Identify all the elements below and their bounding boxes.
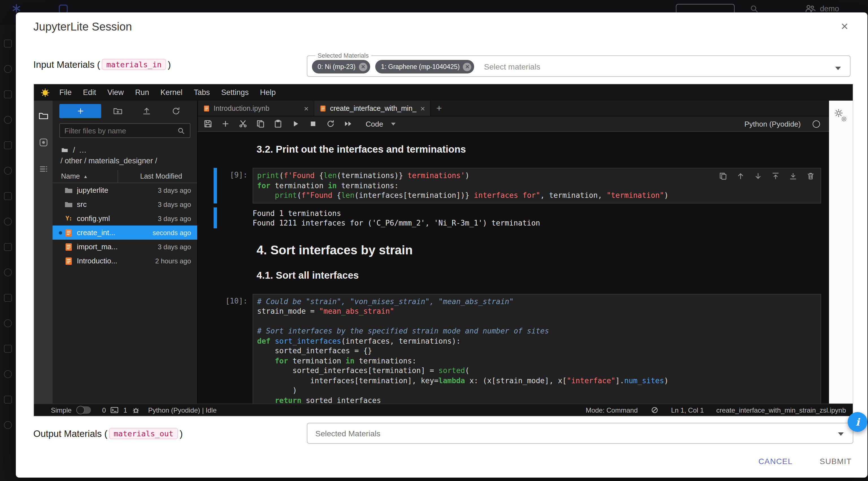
code-cell[interactable]: [10]:# Could be "strain", "von_mises_str… bbox=[198, 294, 821, 403]
menu-kernel[interactable]: Kernel bbox=[155, 84, 188, 100]
file-row[interactable]: Introductio...2 hours ago bbox=[53, 254, 197, 268]
running-sessions-icon[interactable] bbox=[38, 137, 48, 148]
selected-materials-select[interactable]: Selected Materials 0: Ni (mp-23)×1: Grap… bbox=[307, 52, 850, 77]
terminal-icon[interactable] bbox=[111, 406, 119, 414]
kernel-status-label[interactable]: Python (Pyodide) | Idle bbox=[148, 406, 216, 414]
new-launcher-button[interactable] bbox=[59, 104, 101, 118]
kernel-idle-indicator-icon[interactable] bbox=[813, 120, 820, 127]
stop-kernel-icon[interactable] bbox=[309, 119, 318, 128]
file-name: import_ma... bbox=[77, 242, 158, 251]
add-tab-button[interactable]: + bbox=[431, 100, 447, 116]
file-row[interactable]: Y:config.yml3 days ago bbox=[53, 211, 197, 226]
cell-type-value: Code bbox=[366, 120, 383, 128]
cell-editor[interactable]: # Could be "strain", "von_mises_strain",… bbox=[253, 294, 821, 403]
tab-bar: Introduction.ipynb×create_interface_with… bbox=[198, 100, 829, 116]
cell-collapser[interactable] bbox=[214, 168, 217, 203]
chevron-down-icon[interactable] bbox=[838, 432, 844, 435]
terminals-count[interactable]: 0 bbox=[102, 406, 106, 414]
notebook-icon bbox=[64, 242, 73, 251]
breadcrumb-root[interactable]: / bbox=[73, 145, 75, 155]
bug-icon[interactable] bbox=[132, 406, 140, 414]
file-row[interactable]: create_int...seconds ago bbox=[53, 226, 197, 240]
close-dialog-icon[interactable]: × bbox=[841, 20, 848, 33]
code-cell[interactable]: [9]:print(f'Found {len(terminations)} te… bbox=[198, 168, 821, 203]
duplicate-cell-icon[interactable] bbox=[719, 172, 727, 180]
close-tab-icon[interactable]: × bbox=[304, 104, 309, 113]
restart-run-all-icon[interactable] bbox=[344, 119, 352, 128]
kernels-count[interactable]: 1 bbox=[123, 406, 127, 414]
jupyterlite-session-dialog: JupyterLite Session × Input Materials ( … bbox=[16, 12, 867, 478]
new-folder-icon[interactable] bbox=[113, 106, 123, 116]
chip-delete-icon[interactable]: × bbox=[463, 62, 472, 71]
insert-cell-icon[interactable] bbox=[221, 119, 230, 128]
material-chip[interactable]: 1: Graphene (mp-1040425)× bbox=[375, 60, 474, 73]
kernel-name-label[interactable]: Python (Pyodide) bbox=[745, 120, 801, 128]
file-modified: 3 days ago bbox=[158, 200, 191, 208]
search-icon bbox=[177, 126, 185, 135]
circle-slash-icon bbox=[650, 406, 659, 414]
move-cell-down-icon[interactable] bbox=[754, 172, 762, 180]
cursor-position[interactable]: Ln 1, Col 1 bbox=[671, 406, 704, 414]
chip-delete-icon[interactable]: × bbox=[359, 62, 367, 71]
settings-gears-icon[interactable] bbox=[834, 109, 848, 122]
right-side-strip bbox=[829, 100, 853, 403]
file-row[interactable]: import_ma...3 days ago bbox=[53, 240, 197, 254]
upload-icon[interactable] bbox=[142, 106, 152, 116]
filter-files-input[interactable] bbox=[64, 126, 177, 135]
move-cell-up-icon[interactable] bbox=[736, 172, 745, 180]
insert-cell-below-icon[interactable] bbox=[789, 172, 797, 180]
file-modified: 3 days ago bbox=[158, 214, 191, 222]
tab-label: create_interface_with_min_ bbox=[330, 104, 417, 112]
delete-cell-icon[interactable] bbox=[806, 172, 815, 180]
notebook-tab[interactable]: Introduction.ipynb× bbox=[198, 100, 314, 116]
output-collapser[interactable] bbox=[214, 207, 217, 228]
file-browser-tab-icon[interactable] bbox=[38, 111, 48, 121]
cell-editor[interactable]: print(f'Found {len(terminations)} termin… bbox=[253, 168, 821, 203]
output-materials-select[interactable]: Selected Materials bbox=[307, 423, 853, 444]
table-of-contents-icon[interactable] bbox=[38, 164, 48, 174]
breadcrumb-ellipsis[interactable]: … bbox=[79, 145, 87, 155]
refresh-icon[interactable] bbox=[171, 106, 181, 116]
notebook-content[interactable]: 3.2. Print out the interfaces and termin… bbox=[198, 132, 829, 403]
filter-files-box[interactable] bbox=[59, 123, 190, 138]
column-header-modified[interactable]: Last Modified bbox=[118, 172, 182, 180]
chevron-down-icon[interactable] bbox=[835, 66, 841, 70]
paste-cell-icon[interactable] bbox=[274, 119, 283, 128]
save-icon[interactable] bbox=[204, 119, 213, 128]
notebook-icon bbox=[319, 104, 327, 112]
output-materials-label: Output Materials ( materials_out ) bbox=[33, 426, 183, 441]
notebook-tab[interactable]: create_interface_with_min_× bbox=[314, 100, 431, 116]
page-root: demo JupyterLite Session × Input Materia… bbox=[0, 0, 868, 481]
breadcrumb-path[interactable]: / other / materials_designer / bbox=[60, 155, 189, 166]
folder-icon[interactable] bbox=[60, 146, 69, 154]
restart-kernel-icon[interactable] bbox=[326, 119, 335, 128]
menu-help[interactable]: Help bbox=[254, 84, 281, 100]
menu-view[interactable]: View bbox=[102, 84, 129, 100]
cell-type-dropdown[interactable]: Code bbox=[366, 120, 396, 128]
file-name: jupyterlite bbox=[77, 186, 158, 194]
breadcrumb: / … / other / materials_designer / bbox=[53, 141, 197, 167]
file-row[interactable]: jupyterlite3 days ago bbox=[53, 183, 197, 197]
menu-run[interactable]: Run bbox=[129, 84, 155, 100]
submit-button[interactable]: SUBMIT bbox=[820, 457, 851, 466]
file-name: src bbox=[77, 200, 158, 209]
info-button[interactable]: i bbox=[848, 412, 867, 432]
material-chip[interactable]: 0: Ni (mp-23)× bbox=[312, 60, 370, 73]
file-browser-panel: / … / other / materials_designer / Name … bbox=[53, 100, 198, 403]
cancel-button[interactable]: CANCEL bbox=[758, 457, 793, 466]
menu-tabs[interactable]: Tabs bbox=[188, 84, 216, 100]
menu-settings[interactable]: Settings bbox=[216, 84, 255, 100]
copy-cell-icon[interactable] bbox=[256, 119, 265, 128]
close-tab-icon[interactable]: × bbox=[421, 104, 425, 113]
menu-edit[interactable]: Edit bbox=[78, 84, 102, 100]
markdown-heading: 3.2. Print out the interfaces and termin… bbox=[256, 143, 829, 155]
column-header-name[interactable]: Name ▲ bbox=[53, 170, 118, 183]
mode-indicator[interactable]: Mode: Command bbox=[586, 406, 638, 414]
insert-cell-above-icon[interactable] bbox=[771, 172, 780, 180]
yaml-icon: Y: bbox=[64, 214, 73, 223]
menu-file[interactable]: File bbox=[54, 84, 78, 100]
cut-cell-icon[interactable] bbox=[239, 119, 248, 128]
file-row[interactable]: src3 days ago bbox=[53, 197, 197, 211]
run-cell-icon[interactable] bbox=[291, 119, 300, 128]
simple-mode-toggle[interactable] bbox=[76, 407, 91, 414]
